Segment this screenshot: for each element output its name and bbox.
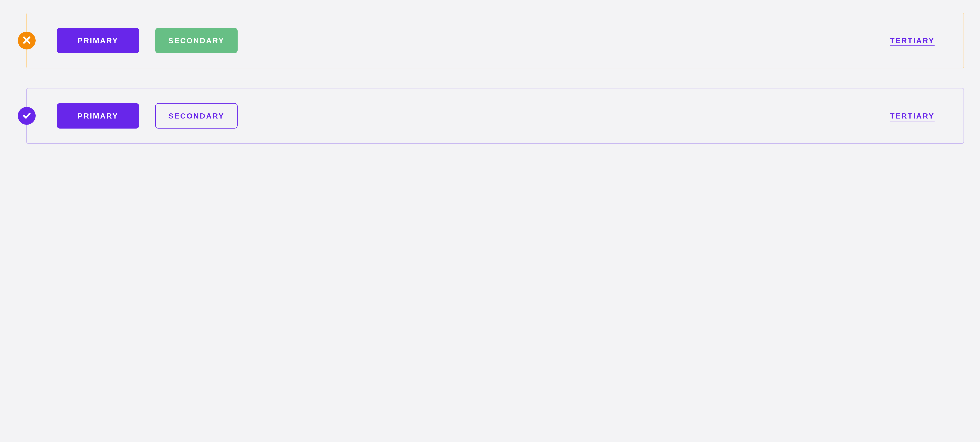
tertiary-link[interactable]: TERTIARY: [890, 36, 935, 45]
check-icon: [22, 111, 32, 121]
tertiary-link[interactable]: TERTIARY: [890, 112, 935, 120]
primary-button[interactable]: PRIMARY: [57, 28, 139, 53]
correct-example-box: PRIMARY SECONDARY TERTIARY: [26, 88, 964, 144]
secondary-button[interactable]: SECONDARY: [155, 103, 238, 129]
secondary-button[interactable]: SECONDARY: [155, 28, 238, 53]
primary-button[interactable]: PRIMARY: [57, 103, 139, 129]
incorrect-badge: [18, 32, 36, 49]
correct-badge: [18, 107, 36, 125]
incorrect-example-box: PRIMARY SECONDARY TERTIARY: [26, 13, 964, 69]
x-icon: [22, 35, 32, 46]
